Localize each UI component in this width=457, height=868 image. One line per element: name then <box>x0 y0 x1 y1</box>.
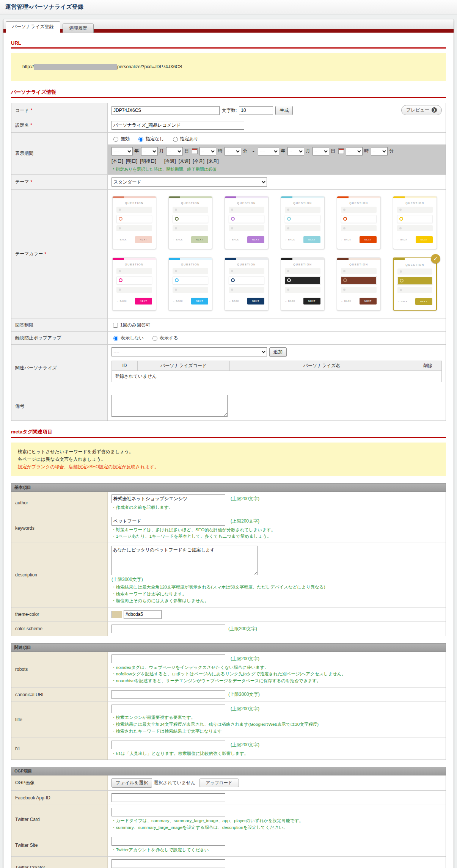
period-radio-specified[interactable] <box>173 137 178 142</box>
tab-process-history[interactable]: 処理履歴 <box>63 24 94 33</box>
twitter-site-label: Twitter Site <box>11 834 108 856</box>
quick-link-this-week[interactable]: [今週] <box>164 159 176 164</box>
end-hour-select[interactable]: -- <box>346 147 363 155</box>
quick-link-next-month[interactable]: [来月] <box>207 159 219 164</box>
start-hour-select[interactable]: -- <box>199 147 216 155</box>
title-label: title <box>11 702 108 737</box>
twitter-creator-input[interactable] <box>112 859 225 868</box>
personalize-info-heading: パーソナライズ情報 <box>11 89 446 98</box>
meta-note-warning: 設定がブランクの場合、店舗設定>SEO設定の設定が反映されます。 <box>18 463 439 471</box>
upload-button[interactable]: アップロード <box>199 779 239 787</box>
related-col-delete: 削除 <box>414 361 442 370</box>
author-help: ・作成者の名前を記載します。 <box>112 504 442 511</box>
twitter-site-input[interactable] <box>112 837 225 846</box>
period-radio-disabled[interactable] <box>113 137 118 142</box>
answer-once-checkbox[interactable] <box>113 323 118 328</box>
code-input[interactable] <box>112 106 220 115</box>
twitter-card-input[interactable] <box>112 808 225 816</box>
url-prefix: http:// <box>22 64 34 69</box>
related-personalize-select[interactable]: ---- <box>112 347 267 356</box>
color-scheme-input[interactable] <box>112 625 225 633</box>
basic-items-bar: 基本項目 <box>11 483 446 492</box>
row-twitter-card: Twitter Card ・カードタイプは、summary、summary_la… <box>11 805 446 834</box>
remarks-textarea[interactable] <box>112 395 228 417</box>
arrow-right-icon: ❯ <box>432 107 437 113</box>
description-limit: (上限3000文字) <box>112 576 442 583</box>
period-note: ＊指定ありを選択した時は、開始期間、終了期間は必須 <box>112 166 442 172</box>
preview-button[interactable]: プレビュー❯ <box>401 105 442 115</box>
end-calendar-icon[interactable] <box>338 148 344 154</box>
end-year-select[interactable]: ---- <box>258 147 279 155</box>
row-theme-color-meta: theme-color <box>11 607 446 622</box>
ogp-image-label: OGP画像 <box>11 775 108 790</box>
row-exit-popup: 離脱防止ポップアップ 表示しない 表示する <box>11 332 446 345</box>
theme-color-card-olive-green[interactable]: QUESTION ← BACKNEXT <box>168 196 212 249</box>
theme-color-card-brown[interactable]: QUESTION ← BACKNEXT <box>337 257 381 311</box>
twitter-card-label: Twitter Card <box>11 805 108 834</box>
popup-hide-radio[interactable] <box>113 336 118 341</box>
theme-select[interactable]: スタンダード <box>112 177 267 187</box>
tab-personalize-register[interactable]: パーソナライズ登録 <box>6 21 60 33</box>
author-input[interactable] <box>112 494 225 503</box>
row-twitter-creator: Twitter Creator ・Twitterアカウントを@なしで設定してくだ… <box>11 857 446 868</box>
file-select-button[interactable]: ファイルを選択 <box>112 778 152 788</box>
theme-color-card-navy[interactable]: QUESTION ← BACKNEXT <box>225 257 269 311</box>
answer-limit-label: 回答制限 <box>11 319 108 331</box>
theme-color-card-black[interactable]: QUESTION ← BACKNEXT <box>281 257 325 311</box>
quick-link-this-month[interactable]: [今月] <box>193 159 204 164</box>
end-minute-select[interactable]: -- <box>371 147 388 155</box>
theme-color-card-gold-selected[interactable]: ✓ QUESTION ← BACKNEXT <box>393 257 437 311</box>
canonical-input[interactable] <box>112 690 225 699</box>
related-empty-text: 登録されていません <box>112 370 442 382</box>
related-col-id: ID <box>112 361 138 370</box>
theme-color-card-magenta[interactable]: QUESTION ← BACKNEXT <box>112 257 156 311</box>
theme-color-meta-label: theme-color <box>11 607 108 622</box>
page-title: 運営管理>パーソナライズ登録 <box>0 0 457 14</box>
row-keywords: keywords (上限200文字) ・対策キーワードは、多ければ多いほど、SE… <box>11 514 446 543</box>
keywords-input[interactable] <box>112 517 225 526</box>
charcount-label: 文字数: <box>222 107 237 114</box>
related-personalize-label: 関連パーソナライズ <box>11 345 108 392</box>
theme-color-card-cyan[interactable]: QUESTION ← BACKNEXT <box>281 196 325 249</box>
quick-link-next-week[interactable]: [来週] <box>179 159 190 164</box>
popup-show-radio[interactable] <box>152 336 157 341</box>
related-add-button[interactable]: 追加 <box>269 347 287 357</box>
meta-section-heading: metaタグ関連項目 <box>11 429 446 438</box>
meta-note-1: 検索にヒットさせたいキーワードを必ず含めましょう。 <box>18 448 439 455</box>
end-month-select[interactable]: -- <box>287 147 304 155</box>
end-day-select[interactable]: -- <box>313 147 329 155</box>
start-minute-select[interactable]: -- <box>225 147 241 155</box>
description-textarea[interactable]: あなたにピッタリのペットフードをご提案します <box>112 546 258 575</box>
period-radio-group: 無効 指定なし 指定あり <box>108 133 446 144</box>
theme-color-card-sky-blue[interactable]: QUESTION ← BACKNEXT <box>168 257 212 311</box>
generate-button[interactable]: 生成 <box>275 106 293 115</box>
row-description: description あなたにピッタリのペットフードをご提案します (上限30… <box>11 543 446 607</box>
robots-input[interactable] <box>112 655 225 663</box>
charcount-input[interactable] <box>239 106 273 115</box>
start-month-select[interactable]: -- <box>141 147 158 155</box>
h1-input[interactable] <box>112 741 225 749</box>
row-display-period: 表示期間 無効 指定なし 指定あり ----年 --月 --日 --時 --分 <box>11 133 446 175</box>
quick-link-tomorrow[interactable]: [明日] <box>126 159 138 164</box>
theme-color-card-yellow[interactable]: QUESTION ← BACKNEXT <box>393 196 437 249</box>
facebook-app-id-input[interactable] <box>112 793 225 802</box>
related-personalize-table: ID パーソナライズコード パーソナライズ名 削除 登録されていません <box>112 361 442 382</box>
quick-link-day-after[interactable]: [明後日] <box>140 159 156 164</box>
meta-note-box: 検索にヒットさせたいキーワードを必ず含めましょう。 各ページには異なる文言を入れ… <box>11 443 446 476</box>
start-day-select[interactable]: -- <box>166 147 183 155</box>
file-none-text: 選択されていません <box>154 780 195 786</box>
row-ogp-image: OGP画像 ファイルを選択 選択されていません アップロード <box>11 775 446 791</box>
row-theme: テーマ* スタンダード <box>11 175 446 190</box>
quick-link-today[interactable]: [本日] <box>112 159 123 164</box>
row-color-scheme: color-scheme (上限200文字) <box>11 622 446 636</box>
theme-color-card-purple[interactable]: QUESTION ← BACKNEXT <box>225 196 269 249</box>
theme-color-card-coral[interactable]: QUESTION ← BACKNEXT <box>112 196 156 249</box>
start-calendar-icon[interactable] <box>192 148 198 154</box>
start-year-select[interactable]: ---- <box>112 147 133 155</box>
period-radio-none[interactable] <box>138 137 143 142</box>
theme-color-input[interactable] <box>124 610 162 619</box>
setting-name-input[interactable] <box>112 121 244 130</box>
title-input[interactable] <box>112 705 225 713</box>
theme-color-card-orange-red[interactable]: QUESTION ← BACKNEXT <box>337 196 381 249</box>
facebook-app-id-label: Facebook App-ID <box>11 791 108 805</box>
